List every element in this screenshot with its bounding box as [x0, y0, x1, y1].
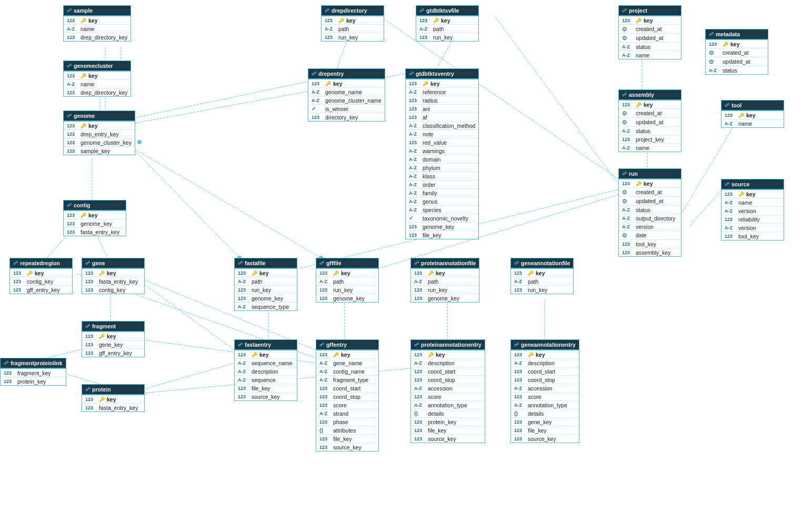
field-genomecluster-name: A-Zname: [64, 80, 131, 88]
field-gffentry-coord_start: 123coord_start: [316, 384, 378, 393]
table-name-proteinannotationfile: proteinannotationfile: [421, 260, 476, 266]
field-type-geneannotationfile-run_key: 123: [514, 287, 526, 293]
field-type-gffentry-strand: A-Z: [319, 411, 331, 416]
key-icon-gffentry-key: 🔑: [333, 352, 339, 357]
field-genomecluster-drep_directory_key: 123drep_directory_key: [64, 88, 131, 96]
table-sample: ☍sample123🔑keyA-Zname123drep_directory_k…: [63, 5, 131, 42]
field-type-tool-name: A-Z: [725, 121, 736, 126]
field-name-proteinannotationentry-coord_start: coord_start: [428, 368, 456, 375]
field-proteinannotationentry-protein_key: 123protein_key: [411, 418, 485, 426]
field-name-gtdbtktsventry-taxonomic_novelty: taxonomic_novelty: [423, 215, 468, 222]
field-name-metadata-key: key: [730, 41, 740, 47]
svg-line-6: [337, 39, 347, 68]
field-type-metadata-updated_at: ⊙: [709, 58, 720, 65]
field-type-sample-name: A-Z: [67, 26, 78, 32]
field-type-run-assembly_key: 123: [622, 250, 634, 255]
table-name-gffentry: gffentry: [326, 342, 347, 348]
field-sample-drep_directory_key: 123drep_directory_key: [64, 33, 131, 41]
field-gtdbtktsventry-genome_key: 123genome_key: [406, 223, 478, 231]
field-name-run-created_at: created_at: [636, 189, 662, 195]
field-name-fastaentry-file_key: file_key: [252, 385, 270, 391]
field-name-source-key: key: [746, 191, 756, 197]
field-gfffile-genome_key: 123genome_key: [316, 294, 378, 302]
table-tool: ☍tool123🔑keyA-Zname: [721, 100, 784, 128]
field-type-proteinannotationentry-key: 123: [414, 352, 426, 357]
field-proteinannotationentry-file_key: 123file_key: [411, 426, 485, 435]
table-body-protein: 123🔑key123fasta_entry_key: [82, 394, 144, 411]
table-name-fragmentproteinlink: fragmentproteinlink: [11, 360, 63, 366]
field-name-fragment-gene_key: gene_key: [99, 342, 123, 348]
field-name-gtdbtktsventry-radius: radius: [423, 97, 438, 104]
table-body-sample: 123🔑keyA-Zname123drep_directory_key: [64, 15, 131, 41]
field-name-genome-genome_cluster_key: genome_cluster_key: [81, 139, 132, 146]
field-type-run-output_directory: A-Z: [622, 216, 634, 221]
table-name-project: project: [629, 7, 647, 14]
field-name-gffentry-file_key: file_key: [333, 436, 352, 442]
field-type-metadata-status: A-Z: [709, 68, 720, 73]
field-gtdbtktsventry-taxonomic_novelty: ✓taxonomic_novelty: [406, 214, 478, 223]
field-type-proteinannotationentry-score: 123: [414, 394, 426, 399]
field-name-fastafile-run_key: run_key: [252, 287, 271, 293]
field-type-run-date: ⊙: [622, 232, 634, 239]
table-name-gfffile: gfffile: [326, 260, 342, 266]
key-icon-project-key: 🔑: [636, 18, 641, 23]
field-name-run-assembly_key: assembly_key: [636, 249, 671, 256]
table-name-fragment: fragment: [92, 323, 116, 329]
table-header-contig: ☍contig: [64, 200, 126, 210]
field-name-source-name: name: [738, 199, 752, 206]
field-name-metadata-status: status: [723, 67, 737, 74]
field-name-gffentry-coord_start: coord_start: [333, 385, 361, 391]
key-icon-run-key: 🔑: [636, 181, 641, 186]
field-drepentry-directory_key: 123directory_key: [308, 113, 385, 121]
field-name-fastafile-sequence_type: sequence_type: [252, 304, 289, 310]
field-type-geneannotationentry-coord_start: 123: [514, 369, 526, 374]
table-body-proteinannotationfile: 123🔑keyA-Zpath123run_key123genome_key: [411, 268, 479, 302]
field-type-geneannotationentry-source_key: 123: [514, 436, 526, 441]
table-name-fastaentry: fastaentry: [245, 342, 271, 348]
field-name-gene-fasta_entry_key: fasta_entry_key: [99, 278, 138, 285]
table-icon-repeatedregion: ☍: [13, 260, 18, 266]
field-name-gtdbtktsventry-ani: ani: [423, 106, 430, 112]
field-name-gffentry-phase: phase: [333, 419, 348, 425]
field-source-version: A-Zversion: [721, 207, 784, 215]
field-run-status: A-Zstatus: [619, 206, 681, 214]
field-fragmentproteinlink-fragment_key: 123fragment_key: [1, 369, 66, 377]
field-name-proteinannotationentry-score: score: [428, 394, 442, 400]
table-gtdbtktsvfile: ☍gtdbtktsvfile123🔑keyA-Zpath123run_key: [416, 5, 479, 42]
table-icon-genomecluster: ☍: [67, 63, 72, 68]
field-type-assembly-updated_at: ⊙: [622, 119, 634, 126]
field-type-source-name: A-Z: [725, 200, 736, 205]
field-name-sample-drep_directory_key: drep_directory_key: [81, 34, 127, 41]
table-fastaentry: ☍fastaentry123🔑keyA-Zsequence_nameA-Zdes…: [234, 339, 297, 401]
field-run-version: A-Zversion: [619, 223, 681, 231]
field-type-contig-genome_key: 123: [67, 221, 78, 226]
table-icon-contig: ☍: [67, 203, 72, 208]
field-name-drepdirectory-run_key: run_key: [338, 34, 358, 41]
field-type-gene-fasta_entry_key: 123: [85, 279, 97, 284]
field-proteinannotationfile-path: A-Zpath: [411, 277, 479, 286]
table-body-geneannotationentry: 123🔑keyA-Zdescription123coord_start123co…: [511, 349, 579, 443]
field-gtdbtktsventry-warnings: A-Zwarnings: [406, 147, 478, 155]
field-contig-genome_key: 123genome_key: [64, 219, 126, 228]
table-body-run: 123🔑key⊙created_at⊙updated_atA-ZstatusA-…: [619, 178, 681, 256]
field-name-run-date: date: [636, 232, 646, 238]
field-name-run-updated_at: updated_at: [636, 198, 664, 204]
field-proteinannotationfile-genome_key: 123genome_key: [411, 294, 479, 302]
field-name-gtdbtktsventry-family: family: [423, 190, 437, 196]
field-contig-key: 123🔑key: [64, 211, 126, 219]
field-fastaentry-sequence_name: A-Zsequence_name: [235, 359, 297, 367]
table-header-genome: ☍genome: [64, 111, 135, 121]
table-body-assembly: 123🔑key⊙created_at⊙updated_atA-Zstatus12…: [619, 99, 681, 152]
field-type-geneannotationentry-gene_key: 123: [514, 419, 526, 425]
field-name-gene-contig_key: contig_key: [99, 287, 125, 293]
field-type-tool-key: 123: [725, 113, 736, 118]
field-type-gtdbtktsventry-red_value: 123: [409, 140, 420, 145]
field-gtdbtktsventry-reference: A-Zreference: [406, 88, 478, 96]
field-name-gfffile-path: path: [333, 278, 344, 285]
field-gfffile-run_key: 123run_key: [316, 286, 378, 294]
field-type-drepdirectory-run_key: 123: [325, 35, 336, 40]
field-name-project-created_at: created_at: [636, 26, 662, 32]
field-name-contig-fasta_entry_key: fasta_entry_key: [81, 229, 119, 235]
table-name-sample: sample: [74, 7, 93, 14]
field-project-name: A-Zname: [619, 51, 681, 59]
